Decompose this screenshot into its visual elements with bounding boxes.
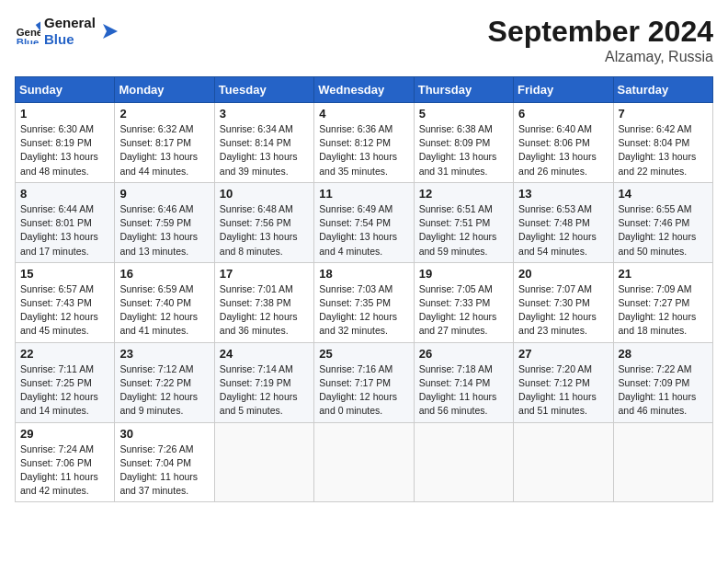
day-number: 15 [20, 267, 109, 281]
svg-marker-3 [103, 24, 118, 39]
day-info: Sunrise: 6:36 AMSunset: 8:12 PMDaylight:… [319, 122, 408, 178]
day-number: 3 [220, 107, 309, 121]
day-info: Sunrise: 6:55 AMSunset: 7:46 PMDaylight:… [619, 202, 708, 259]
weekday-header-friday: Friday [514, 77, 613, 103]
day-info: Sunrise: 6:51 AMSunset: 7:51 PMDaylight:… [419, 202, 508, 259]
calendar-header-row: SundayMondayTuesdayWednesdayThursdayFrid… [16, 77, 713, 103]
month-title: September 2024 [488, 15, 713, 49]
calendar-week-row: 22Sunrise: 7:11 AMSunset: 7:25 PMDayligh… [16, 342, 713, 422]
calendar-cell: 20Sunrise: 7:07 AMSunset: 7:30 PMDayligh… [514, 262, 613, 342]
calendar-cell [414, 422, 513, 502]
calendar-cell [314, 422, 414, 502]
day-number: 13 [518, 187, 608, 201]
day-info: Sunrise: 6:46 AMSunset: 7:59 PMDaylight:… [119, 202, 209, 259]
calendar-cell: 3Sunrise: 6:34 AMSunset: 8:14 PMDaylight… [214, 103, 313, 183]
calendar-cell: 11Sunrise: 6:49 AMSunset: 7:54 PMDayligh… [314, 182, 414, 262]
calendar-week-row: 8Sunrise: 6:44 AMSunset: 8:01 PMDaylight… [16, 182, 713, 262]
logo-blue: Blue [44, 31, 96, 48]
calendar-cell: 17Sunrise: 7:01 AMSunset: 7:38 PMDayligh… [214, 262, 313, 342]
day-info: Sunrise: 6:53 AMSunset: 7:48 PMDaylight:… [518, 202, 608, 259]
calendar-cell: 29Sunrise: 7:24 AMSunset: 7:06 PMDayligh… [16, 422, 115, 502]
day-number: 21 [619, 267, 708, 281]
day-number: 25 [319, 347, 408, 361]
day-number: 28 [619, 347, 708, 361]
day-number: 24 [220, 347, 309, 361]
day-info: Sunrise: 7:20 AMSunset: 7:12 PMDaylight:… [518, 362, 608, 419]
day-info: Sunrise: 6:30 AMSunset: 8:19 PMDaylight:… [20, 122, 109, 178]
day-info: Sunrise: 6:49 AMSunset: 7:54 PMDaylight:… [319, 202, 408, 259]
calendar-cell: 8Sunrise: 6:44 AMSunset: 8:01 PMDaylight… [16, 182, 115, 262]
day-number: 2 [119, 107, 209, 121]
day-info: Sunrise: 7:26 AMSunset: 7:04 PMDaylight:… [119, 442, 209, 499]
day-number: 9 [119, 187, 209, 201]
day-info: Sunrise: 6:42 AMSunset: 8:04 PMDaylight:… [619, 122, 708, 178]
calendar-cell: 1Sunrise: 6:30 AMSunset: 8:19 PMDaylight… [16, 103, 115, 183]
calendar-cell: 4Sunrise: 6:36 AMSunset: 8:12 PMDaylight… [314, 103, 414, 183]
calendar-cell: 24Sunrise: 7:14 AMSunset: 7:19 PMDayligh… [214, 342, 313, 422]
calendar-cell: 26Sunrise: 7:18 AMSunset: 7:14 PMDayligh… [414, 342, 513, 422]
calendar-cell: 30Sunrise: 7:26 AMSunset: 7:04 PMDayligh… [115, 422, 214, 502]
day-info: Sunrise: 6:40 AMSunset: 8:06 PMDaylight:… [518, 122, 608, 178]
day-number: 19 [419, 267, 508, 281]
day-info: Sunrise: 6:59 AMSunset: 7:40 PMDaylight:… [119, 282, 209, 339]
calendar-week-row: 15Sunrise: 6:57 AMSunset: 7:43 PMDayligh… [16, 262, 713, 342]
day-info: Sunrise: 7:16 AMSunset: 7:17 PMDaylight:… [319, 362, 408, 419]
calendar-cell: 2Sunrise: 6:32 AMSunset: 8:17 PMDaylight… [115, 103, 214, 183]
logo-general: General [44, 15, 96, 31]
calendar-cell: 18Sunrise: 7:03 AMSunset: 7:35 PMDayligh… [314, 262, 414, 342]
day-number: 6 [518, 107, 608, 121]
calendar-cell: 14Sunrise: 6:55 AMSunset: 7:46 PMDayligh… [613, 182, 712, 262]
calendar-cell: 21Sunrise: 7:09 AMSunset: 7:27 PMDayligh… [613, 262, 712, 342]
calendar-cell: 27Sunrise: 7:20 AMSunset: 7:12 PMDayligh… [514, 342, 613, 422]
calendar-cell: 16Sunrise: 6:59 AMSunset: 7:40 PMDayligh… [115, 262, 214, 342]
day-number: 18 [319, 267, 408, 281]
calendar-cell: 25Sunrise: 7:16 AMSunset: 7:17 PMDayligh… [314, 342, 414, 422]
day-number: 30 [119, 427, 209, 441]
day-info: Sunrise: 7:14 AMSunset: 7:19 PMDaylight:… [220, 362, 309, 419]
day-number: 8 [20, 187, 109, 201]
logo-arrow-icon [99, 22, 118, 40]
weekday-header-saturday: Saturday [613, 77, 712, 103]
calendar-cell: 12Sunrise: 6:51 AMSunset: 7:51 PMDayligh… [414, 182, 513, 262]
day-number: 12 [419, 187, 508, 201]
calendar-cell: 15Sunrise: 6:57 AMSunset: 7:43 PMDayligh… [16, 262, 115, 342]
day-info: Sunrise: 7:24 AMSunset: 7:06 PMDaylight:… [20, 442, 109, 499]
day-info: Sunrise: 6:32 AMSunset: 8:17 PMDaylight:… [119, 122, 209, 178]
day-info: Sunrise: 7:18 AMSunset: 7:14 PMDaylight:… [419, 362, 508, 419]
day-info: Sunrise: 7:11 AMSunset: 7:25 PMDaylight:… [20, 362, 109, 419]
weekday-header-monday: Monday [115, 77, 214, 103]
day-info: Sunrise: 7:05 AMSunset: 7:33 PMDaylight:… [419, 282, 508, 339]
calendar-cell: 23Sunrise: 7:12 AMSunset: 7:22 PMDayligh… [115, 342, 214, 422]
day-info: Sunrise: 7:12 AMSunset: 7:22 PMDaylight:… [119, 362, 209, 419]
day-info: Sunrise: 6:38 AMSunset: 8:09 PMDaylight:… [419, 122, 508, 178]
calendar-cell [514, 422, 613, 502]
calendar-cell: 9Sunrise: 6:46 AMSunset: 7:59 PMDaylight… [115, 182, 214, 262]
weekday-header-wednesday: Wednesday [314, 77, 414, 103]
day-number: 14 [619, 187, 708, 201]
page-header: General Blue General Blue September 2024… [15, 15, 713, 65]
calendar-table: SundayMondayTuesdayWednesdayThursdayFrid… [15, 76, 713, 502]
calendar-cell: 6Sunrise: 6:40 AMSunset: 8:06 PMDaylight… [514, 103, 613, 183]
svg-text:Blue: Blue [17, 37, 40, 44]
calendar-cell: 5Sunrise: 6:38 AMSunset: 8:09 PMDaylight… [414, 103, 513, 183]
day-number: 27 [518, 347, 608, 361]
day-number: 16 [119, 267, 209, 281]
day-number: 5 [419, 107, 508, 121]
calendar-cell: 7Sunrise: 6:42 AMSunset: 8:04 PMDaylight… [613, 103, 712, 183]
day-info: Sunrise: 6:57 AMSunset: 7:43 PMDaylight:… [20, 282, 109, 339]
calendar-cell: 10Sunrise: 6:48 AMSunset: 7:56 PMDayligh… [214, 182, 313, 262]
calendar-week-row: 29Sunrise: 7:24 AMSunset: 7:06 PMDayligh… [16, 422, 713, 502]
day-number: 1 [20, 107, 109, 121]
day-number: 4 [319, 107, 408, 121]
day-number: 11 [319, 187, 408, 201]
day-number: 10 [220, 187, 309, 201]
day-info: Sunrise: 7:01 AMSunset: 7:38 PMDaylight:… [220, 282, 309, 339]
weekday-header-sunday: Sunday [16, 77, 115, 103]
location: Alzamay, Russia [488, 49, 713, 65]
day-number: 20 [518, 267, 608, 281]
day-info: Sunrise: 6:34 AMSunset: 8:14 PMDaylight:… [220, 122, 309, 178]
day-info: Sunrise: 7:07 AMSunset: 7:30 PMDaylight:… [518, 282, 608, 339]
day-number: 26 [419, 347, 508, 361]
calendar-week-row: 1Sunrise: 6:30 AMSunset: 8:19 PMDaylight… [16, 103, 713, 183]
calendar-cell: 19Sunrise: 7:05 AMSunset: 7:33 PMDayligh… [414, 262, 513, 342]
